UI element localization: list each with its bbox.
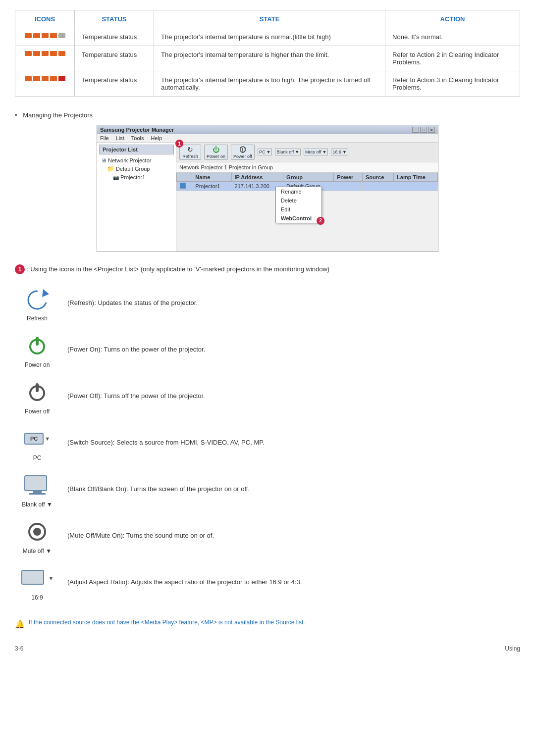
pm-sidebar: Projector List 🖥 Network Projector 📁 Def… xyxy=(97,143,176,252)
action-cell-3: Refer to Action 3 in Clearing Indicator … xyxy=(385,71,520,97)
state-cell-1: The projector's internal temperature is … xyxy=(154,28,385,46)
pm-group-info: Network Projector 1 Projector in Group xyxy=(176,162,438,173)
blank-select-box[interactable]: Blank off ▼ xyxy=(275,149,301,155)
pc-dropdown-arrow: ▼ xyxy=(45,436,50,442)
badge-note-1: 1 xyxy=(15,264,25,274)
context-edit[interactable]: Edit xyxy=(276,205,321,214)
power-on-icon-visual xyxy=(20,331,54,360)
toolbar-refresh-button[interactable]: ↻ Refresh xyxy=(179,145,201,160)
menu-file[interactable]: File xyxy=(100,135,109,141)
toolbar-power-on-button[interactable]: ⏻ Power on xyxy=(204,145,228,160)
toolbar-blank-select[interactable]: Blank off ▼ xyxy=(275,149,301,155)
mute-select-box[interactable]: Mute off ▼ xyxy=(304,149,328,155)
blank-icon-label: Blank off ▼ xyxy=(22,501,53,508)
pm-table-header-row: Name IP Address Group Power Source Lamp … xyxy=(177,173,438,181)
context-rename[interactable]: Rename xyxy=(276,187,321,196)
toolbar-pc-select[interactable]: PC ▼ xyxy=(258,149,272,155)
svg-rect-10 xyxy=(22,570,44,584)
power-off-icon-svg xyxy=(25,380,49,404)
pm-col-lamp: Lamp Time xyxy=(394,173,438,181)
badge-1: 1 xyxy=(175,140,183,148)
state-cell-3: The projector's internal temperature is … xyxy=(154,71,385,97)
ratio-dropdown-icon: ▼ xyxy=(342,150,347,154)
table-row: Temperature status The projector's inter… xyxy=(15,28,520,46)
pm-col-power: Power xyxy=(334,173,363,181)
table-row: Temperature status The projector's inter… xyxy=(15,46,520,71)
ratio-select-box[interactable]: 16:9 ▼ xyxy=(331,149,348,155)
col-status: STATUS xyxy=(75,10,154,28)
icon-row-blank: Blank off ▼ (Blank Off/Blank On): Turns … xyxy=(15,470,520,508)
pm-col-group: Group xyxy=(283,173,334,181)
badge-2: 2 xyxy=(317,217,324,225)
footer-page-number: 3-6 xyxy=(15,645,23,652)
mute-icon-svg xyxy=(25,520,49,544)
power-on-icon-label: Power on xyxy=(25,361,50,368)
icon-box-blank: Blank off ▼ xyxy=(15,470,59,508)
status-cell-1: Temperature status xyxy=(75,28,154,46)
sidebar-item-default-group[interactable]: 📁 Default Group xyxy=(99,164,174,173)
refresh-icon-visual xyxy=(20,284,54,314)
context-webcontrol[interactable]: WebControl 2 xyxy=(276,214,321,223)
pm-toolbar: 1 ↻ Refresh ⏻ Power on ⏼ Power xyxy=(176,143,438,162)
toolbar-ratio-select[interactable]: 16:9 ▼ xyxy=(331,149,348,155)
refresh-icon-desc: (Refresh): Updates the status of the pro… xyxy=(67,298,198,308)
icon-box-ratio: ▼ 16:9 xyxy=(15,563,59,601)
table-row: Temperature status The projector's inter… xyxy=(15,71,520,97)
icon-row-power-off: Power off (Power Off): Turns off the pow… xyxy=(15,377,520,415)
footer-section: Using xyxy=(505,645,520,652)
svg-marker-0 xyxy=(42,289,49,297)
page-footer: 3-6 Using xyxy=(15,645,520,652)
pm-row-name: Projector1 xyxy=(192,181,231,191)
refresh-tb-icon: ↻ xyxy=(187,146,193,154)
power-on-tb-label: Power on xyxy=(207,154,225,159)
icon-row-power-on: Power on (Power On): Turns on the power … xyxy=(15,331,520,368)
pc-label: PC xyxy=(259,150,266,154)
context-delete[interactable]: Delete xyxy=(276,196,321,205)
mute-icon-visual xyxy=(20,517,54,547)
icon-box-pc: PC ▼ PC xyxy=(15,424,59,461)
managing-label: • Managing the Projectors xyxy=(15,111,520,119)
context-menu: Rename Delete Edit WebControl 2 xyxy=(275,187,322,223)
managing-section: • Managing the Projectors Samsung Projec… xyxy=(15,111,520,252)
col-action: ACTION xyxy=(385,10,520,28)
pm-title: Samsung Projector Manager xyxy=(100,127,174,133)
state-cell-2: The projector's internal temperature is … xyxy=(154,46,385,71)
icon-box-power-off: Power off xyxy=(15,377,59,415)
icon-row-ratio: ▼ 16:9 (Adjust Aspect Ratio): Adjusts th… xyxy=(15,563,520,601)
close-button[interactable]: × xyxy=(428,127,435,133)
row-checkbox[interactable] xyxy=(180,183,186,189)
pc-dropdown-icon: ▼ xyxy=(266,150,270,154)
icon-box-refresh: Refresh xyxy=(15,284,59,322)
maximize-button[interactable]: □ xyxy=(420,127,427,133)
menu-list[interactable]: List xyxy=(116,135,124,141)
icons-section: 1 : Using the icons in the <Projector Li… xyxy=(15,264,520,630)
status-cell-3: Temperature status xyxy=(75,71,154,97)
action-cell-2: Refer to Action 2 in Clearing Indicator … xyxy=(385,46,520,71)
svg-rect-6 xyxy=(33,491,42,493)
pc-icon-visual: PC ▼ xyxy=(20,424,54,454)
menu-help[interactable]: Help xyxy=(151,135,162,141)
power-off-tb-label: Power off xyxy=(233,154,252,159)
ratio-arrow: ▼ xyxy=(49,575,54,581)
blank-label: Blank off xyxy=(276,150,294,154)
menu-tools[interactable]: Tools xyxy=(131,135,144,141)
icon-row-mute: Mute off ▼ (Mute Off/Mute On): Turns the… xyxy=(15,517,520,554)
col-icons: ICONS xyxy=(15,10,75,28)
refresh-icon-label: Refresh xyxy=(27,315,48,322)
minimize-button[interactable]: − xyxy=(412,127,419,133)
pm-col-source: Source xyxy=(362,173,393,181)
temp-icon-1 xyxy=(22,33,67,38)
toolbar-mute-select[interactable]: Mute off ▼ xyxy=(304,149,328,155)
temp-icon-2 xyxy=(22,51,67,56)
pm-table-context-wrapper: Name IP Address Group Power Source Lamp … xyxy=(176,173,438,191)
toolbar-power-off-button[interactable]: ⏼ Power off xyxy=(231,145,255,160)
col-state: STATE xyxy=(154,10,385,28)
ratio-display: ▼ xyxy=(21,569,54,587)
pc-icon-desc: (Switch Source): Selects a source from H… xyxy=(67,438,265,448)
sidebar-item-projector1[interactable]: 📷 Projector1 xyxy=(99,173,174,181)
blank-icon-visual xyxy=(20,470,54,500)
pm-row-source xyxy=(362,181,393,191)
pm-col-name: Name xyxy=(192,173,231,181)
pc-select-box[interactable]: PC ▼ xyxy=(258,149,272,155)
sidebar-item-network[interactable]: 🖥 Network Projector xyxy=(99,156,174,164)
